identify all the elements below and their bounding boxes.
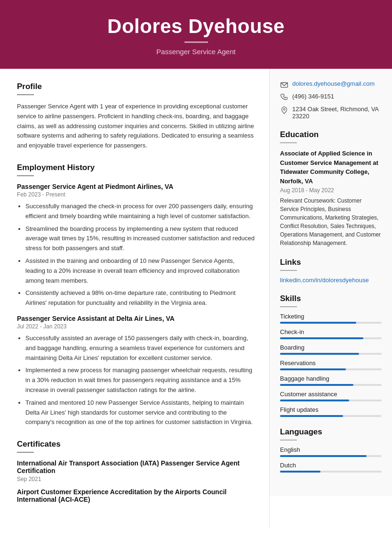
skill-item: Boarding: [280, 344, 382, 355]
skill-name: Ticketing: [280, 313, 382, 320]
left-column: Profile Passenger Service Agent with 1 y…: [0, 69, 270, 529]
skill-item: Baggage handling: [280, 375, 382, 386]
links-title: Links: [280, 258, 382, 267]
skills-section: Skills Ticketing Check-in Boarding Reser…: [280, 294, 382, 417]
cert-1: International Air Transport Association …: [17, 459, 255, 482]
job-2-bullets: Successfully assisted an average of 150 …: [25, 334, 255, 427]
contact-address-row: 1234 Oak Street, Richmond, VA 23220: [280, 106, 382, 120]
candidate-name: Dolores Dyehouse: [19, 15, 373, 38]
language-name: English: [280, 446, 382, 453]
employment-divider: [17, 175, 34, 176]
skill-name: Flight updates: [280, 406, 382, 413]
cert-2: Airport Customer Experience Accreditatio…: [17, 488, 255, 503]
skill-bar-fill: [280, 368, 346, 370]
job-1-bullet-2: Streamlined the boarding process by impl…: [25, 224, 255, 253]
skill-bar-bg: [280, 322, 382, 324]
job-2-date: Jul 2022 - Jan 2023: [17, 323, 255, 330]
skill-item: Customer assistance: [280, 391, 382, 401]
header-divider: [184, 41, 208, 43]
job-2: Passenger Service Assistant at Delta Air…: [17, 315, 255, 427]
languages-section: Languages English Dutch: [280, 427, 382, 473]
skill-item: Check-in: [280, 328, 382, 339]
languages-divider: [280, 440, 297, 441]
skill-name: Check-in: [280, 328, 382, 335]
resume-container: Dolores Dyehouse Passenger Service Agent…: [0, 0, 392, 555]
language-bar-bg: [280, 455, 382, 457]
languages-title: Languages: [280, 427, 382, 437]
job-1-date: Feb 2023 - Present: [17, 191, 255, 198]
address: 1234 Oak Street, Richmond, VA 23220: [292, 106, 382, 120]
education-title: Education: [280, 130, 382, 139]
education-divider: [280, 142, 297, 143]
skills-list: Ticketing Check-in Boarding Reservations…: [280, 313, 382, 417]
employment-section: Employment History Passenger Service Age…: [17, 163, 255, 427]
language-name: Dutch: [280, 462, 382, 469]
skill-bar-fill: [280, 337, 363, 339]
job-1: Passenger Service Agent at Piedmont Airl…: [17, 183, 255, 308]
links-divider: [280, 270, 297, 271]
skill-bar-fill: [280, 415, 343, 417]
language-bar-fill: [280, 471, 320, 473]
profile-text: Passenger Service Agent with 1 year of e…: [17, 102, 255, 151]
job-2-bullet-1: Successfully assisted an average of 150 …: [25, 334, 255, 363]
links-section: Links linkedin.com/in/doloresdyehouse: [280, 258, 382, 284]
contact-email-row: dolores.dyehouse@gmail.com: [280, 80, 382, 89]
cert-1-date: Sep 2021: [17, 476, 255, 482]
certificates-title: Certificates: [17, 440, 255, 449]
skill-item: Reservations: [280, 359, 382, 370]
header-section: Dolores Dyehouse Passenger Service Agent: [0, 0, 392, 69]
linkedin-link[interactable]: linkedin.com/in/doloresdyehouse: [280, 277, 369, 284]
edu-degree: Associate of Applied Science in Customer…: [280, 149, 382, 186]
certificates-divider: [17, 452, 34, 453]
skill-bar-bg: [280, 400, 382, 401]
contact-phone-row: (496) 346-9151: [280, 93, 382, 102]
skills-title: Skills: [280, 294, 382, 303]
skill-bar-fill: [280, 322, 356, 324]
language-bar-bg: [280, 471, 382, 473]
skill-bar-fill: [280, 353, 359, 355]
job-2-title: Passenger Service Assistant at Delta Air…: [17, 315, 255, 322]
language-bar-fill: [280, 455, 367, 457]
svg-point-1: [283, 108, 285, 110]
skills-divider: [280, 306, 297, 307]
cert-2-title: Airport Customer Experience Accreditatio…: [17, 488, 255, 503]
skill-name: Reservations: [280, 359, 382, 367]
language-item: Dutch: [280, 462, 382, 473]
profile-divider: [17, 94, 34, 95]
body-section: Profile Passenger Service Agent with 1 y…: [0, 69, 392, 529]
job-1-bullets: Successfully managed the check-in proces…: [25, 202, 255, 308]
phone-number: (496) 346-9151: [292, 93, 334, 100]
education-section: Education Associate of Applied Science i…: [280, 130, 382, 247]
phone-icon: [280, 93, 288, 102]
skill-bar-bg: [280, 384, 382, 386]
job-1-title: Passenger Service Agent at Piedmont Airl…: [17, 183, 255, 190]
skill-bar-bg: [280, 368, 382, 370]
profile-title: Profile: [17, 82, 255, 91]
edu-date: Aug 2018 - May 2022: [280, 187, 382, 194]
certificates-section: Certificates International Air Transport…: [17, 440, 255, 503]
job-2-bullet-3: Trained and mentored 10 new Passenger Se…: [25, 398, 255, 427]
language-item: English: [280, 446, 382, 457]
location-icon: [280, 106, 288, 114]
right-column: dolores.dyehouse@gmail.com (496) 346-915…: [270, 69, 392, 496]
skill-bar-bg: [280, 337, 382, 339]
skill-item: Flight updates: [280, 406, 382, 417]
email-icon: [280, 81, 288, 89]
edu-coursework: Relevant Coursework: Customer Service Pr…: [280, 196, 382, 247]
job-1-bullet-1: Successfully managed the check-in proces…: [25, 202, 255, 221]
profile-section: Profile Passenger Service Agent with 1 y…: [17, 82, 255, 151]
job-1-bullet-4: Consistently achieved a 98% on-time depa…: [25, 288, 255, 308]
skill-bar-bg: [280, 415, 382, 417]
email-address[interactable]: dolores.dyehouse@gmail.com: [292, 80, 375, 87]
skill-name: Boarding: [280, 344, 382, 351]
cert-1-title: International Air Transport Association …: [17, 459, 255, 474]
skill-bar-fill: [280, 400, 349, 401]
skill-name: Customer assistance: [280, 391, 382, 398]
employment-title: Employment History: [17, 163, 255, 172]
skill-name: Baggage handling: [280, 375, 382, 382]
job-1-bullet-3: Assisted in the training and onboarding …: [25, 256, 255, 286]
contact-section: dolores.dyehouse@gmail.com (496) 346-915…: [280, 80, 382, 120]
skill-bar-fill: [280, 384, 353, 386]
job-2-bullet-2: Implemented a new process for managing p…: [25, 366, 255, 395]
candidate-title: Passenger Service Agent: [19, 48, 373, 56]
